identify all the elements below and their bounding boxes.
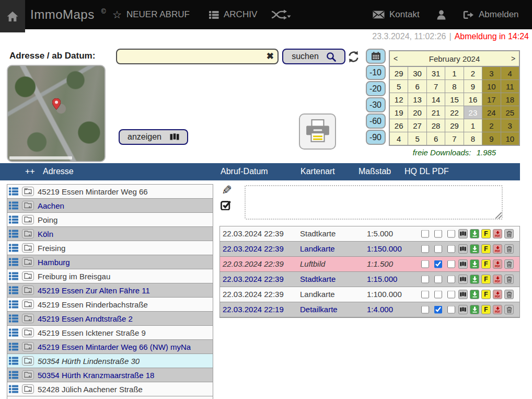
calendar-day[interactable]: 22 xyxy=(445,106,463,119)
delete-button[interactable] xyxy=(504,259,514,269)
calendar-day-weekend[interactable]: 10 xyxy=(482,80,500,93)
address-label[interactable]: 45219 Essen Icktener Straße 9 xyxy=(38,328,146,337)
new-order-folder-button[interactable] xyxy=(22,370,34,380)
new-order-folder-button[interactable] xyxy=(22,328,34,337)
address-row[interactable]: Hamburg xyxy=(7,255,213,269)
format-button[interactable]: F xyxy=(481,244,491,254)
show-map-button[interactable] xyxy=(458,244,468,254)
new-order-folder-button[interactable] xyxy=(22,229,34,238)
calendar-day[interactable]: 28 xyxy=(427,119,445,132)
pdf-download-button[interactable]: PDF xyxy=(493,259,502,269)
calendar-day[interactable]: 7 xyxy=(445,132,463,145)
address-label[interactable]: Hamburg xyxy=(38,258,70,267)
calendar-day-weekend[interactable]: 24 xyxy=(482,106,500,119)
clear-search-icon[interactable]: ✖ xyxy=(267,51,274,62)
delete-button[interactable] xyxy=(504,305,514,314)
record-list-icon[interactable] xyxy=(9,343,18,351)
address-row[interactable]: 52428 Jülich Aachener Straße xyxy=(7,382,213,396)
dl-checkbox[interactable] xyxy=(434,291,442,299)
calendar-day[interactable]: 21 xyxy=(427,106,445,119)
record-list-icon[interactable] xyxy=(9,230,18,238)
address-label[interactable]: Poing xyxy=(38,215,57,224)
record-list-icon[interactable] xyxy=(9,187,18,196)
refresh-button[interactable] xyxy=(347,50,360,63)
print-button[interactable] xyxy=(299,113,336,150)
record-list-icon[interactable] xyxy=(9,258,18,266)
calendar-day-weekend[interactable]: 18 xyxy=(501,93,519,106)
address-row[interactable]: 45219 Essen Zur Alten Fähre 11 xyxy=(7,283,213,298)
pdf-checkbox[interactable] xyxy=(447,276,455,283)
new-order-folder-button[interactable] xyxy=(22,356,34,366)
offset-minus-90-button[interactable]: -90 xyxy=(366,130,386,145)
calendar-day[interactable]: 5 xyxy=(390,80,408,93)
address-row[interactable]: 45219 Essen Mintarder Weg 66 (NW) myNa xyxy=(7,340,213,354)
show-map-button[interactable] xyxy=(458,229,468,238)
calendar-day[interactable]: 16 xyxy=(464,93,482,106)
pdf-checkbox[interactable] xyxy=(447,306,455,314)
new-order-folder-button[interactable] xyxy=(22,187,34,196)
address-row[interactable]: Freising xyxy=(7,241,213,255)
calendar-day-weekend[interactable]: 10 xyxy=(501,132,519,145)
calendar-day[interactable]: 4 xyxy=(390,132,408,145)
hq-checkbox[interactable] xyxy=(421,245,429,253)
calendar-day-weekend[interactable]: 25 xyxy=(501,106,519,119)
new-order-folder-button[interactable] xyxy=(22,314,34,323)
calendar-day[interactable]: 6 xyxy=(427,132,445,145)
record-list-icon[interactable] xyxy=(9,201,18,210)
offset-minus-60-button[interactable]: -60 xyxy=(366,113,386,129)
calendar-day-weekend[interactable]: 2 xyxy=(482,119,500,132)
home-button[interactable] xyxy=(0,0,25,32)
address-label[interactable]: 50354 Hürth Kranzmaarstraße 18 xyxy=(38,371,154,380)
new-order-folder-button[interactable] xyxy=(22,201,34,210)
record-list-icon[interactable] xyxy=(9,244,18,252)
format-button[interactable]: F xyxy=(481,290,491,299)
hq-download-button[interactable] xyxy=(470,244,479,254)
address-label[interactable]: 50354 Hürth Lindenstraße 30 xyxy=(38,357,140,366)
address-row[interactable]: Aachen xyxy=(7,199,213,213)
calendar-day[interactable]: 6 xyxy=(408,80,426,93)
record-list-icon[interactable] xyxy=(9,385,18,393)
address-row[interactable]: Freiburg im Breisgau xyxy=(7,269,213,283)
save-note-icon[interactable] xyxy=(221,200,231,212)
calendar-day-weekend[interactable]: 17 xyxy=(482,93,500,106)
record-list-icon[interactable] xyxy=(9,314,18,323)
hq-checkbox[interactable] xyxy=(421,306,429,314)
new-order-folder-button[interactable] xyxy=(22,286,34,295)
delete-button[interactable] xyxy=(504,229,514,238)
pdf-checkbox[interactable] xyxy=(447,291,455,299)
offset-minus-30-button[interactable]: -30 xyxy=(366,97,386,112)
hq-download-button[interactable] xyxy=(470,275,479,284)
hq-download-button[interactable] xyxy=(470,259,479,269)
new-order-folder-button[interactable] xyxy=(22,342,34,351)
nav-user[interactable] xyxy=(437,0,446,29)
record-list-icon[interactable] xyxy=(9,286,18,294)
nav-kontakt[interactable]: Kontakt xyxy=(373,0,420,29)
anzeigen-button[interactable]: anzeigen xyxy=(119,129,188,145)
address-label[interactable]: Freising xyxy=(38,244,65,253)
calendar-day[interactable]: 2 xyxy=(464,67,482,79)
calendar-day[interactable]: 30 xyxy=(408,67,426,79)
hq-checkbox[interactable] xyxy=(421,291,429,299)
record-list-icon[interactable] xyxy=(9,272,18,280)
address-label[interactable]: 45219 Essen Zur Alten Fähre 11 xyxy=(38,286,150,295)
calendar-day[interactable]: 9 xyxy=(464,80,482,93)
show-map-button[interactable] xyxy=(458,305,468,314)
dl-checkbox[interactable] xyxy=(434,230,442,238)
address-row[interactable]: 45219 Essen Mintarder Weg 66 xyxy=(7,185,213,199)
address-label[interactable]: 45219 Essen Rinderbachstraße xyxy=(38,300,148,309)
calendar-day-weekend[interactable]: 3 xyxy=(501,119,519,132)
format-button[interactable]: F xyxy=(481,229,491,238)
hq-download-button[interactable] xyxy=(470,305,479,314)
new-order-folder-button[interactable] xyxy=(22,300,34,309)
calendar-day-weekend[interactable]: 11 xyxy=(501,80,519,93)
delete-button[interactable] xyxy=(504,275,514,284)
address-row-partial[interactable] xyxy=(7,396,213,399)
calendar-day[interactable]: 15 xyxy=(445,93,463,106)
address-row[interactable]: Poing xyxy=(7,213,213,227)
address-label[interactable]: Freiburg im Breisgau xyxy=(38,272,110,281)
edit-note-icon[interactable]: ✎ xyxy=(222,183,232,198)
calendar-day-selected[interactable]: 23 xyxy=(464,106,482,119)
new-order-folder-button[interactable] xyxy=(22,215,34,224)
calendar-day[interactable]: 14 xyxy=(427,93,445,106)
delete-button[interactable] xyxy=(504,244,514,254)
